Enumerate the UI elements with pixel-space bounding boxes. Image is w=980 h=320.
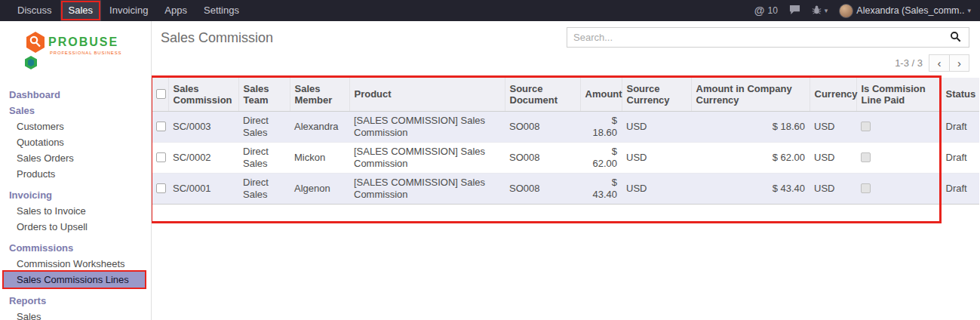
col-sales-commission[interactable]: Sales Commission [168, 78, 238, 111]
pager-previous-button[interactable]: ‹ [929, 54, 949, 72]
sidebar-item-sales[interactable]: Sales [0, 103, 151, 118]
table-row[interactable]: SC/0002 Direct Sales Mickon [SALES COMMI… [152, 142, 979, 173]
col-is-commission-line-paid[interactable]: Is Commision Line Paid [856, 78, 941, 111]
topbar: Discuss Sales Invoicing Apps Settings @ … [0, 0, 980, 21]
row-select-checkbox[interactable] [156, 122, 166, 131]
logo-title: PROBUSE [48, 35, 118, 48]
cell-source-currency[interactable]: USD [622, 173, 691, 204]
pager-next-button[interactable]: › [949, 54, 969, 72]
cell-name[interactable]: SC/0003 [168, 111, 238, 142]
cell-currency[interactable]: USD [809, 173, 856, 204]
cell-team[interactable]: Direct Sales [238, 111, 290, 142]
row-select-cell [152, 111, 168, 142]
col-amount-company-currency[interactable]: Amount in Company Currency [691, 78, 809, 111]
select-all-cell [152, 78, 168, 111]
main: Sales Commission 1-3 / 3 ‹ › [152, 21, 980, 320]
user-menu[interactable]: Alexandra (Sales_comm.. ▾ [839, 4, 971, 18]
cell-product[interactable]: [SALES COMMISSION] Sales Commission [349, 173, 505, 204]
debug-menu-button[interactable]: ▾ [812, 5, 828, 17]
col-source-document[interactable]: Source Document [505, 78, 580, 111]
cell-source-document[interactable]: SO008 [505, 142, 580, 173]
caret-down-icon: ▾ [967, 7, 971, 14]
sidebar-item-customers[interactable]: Customers [0, 118, 151, 134]
row-select-checkbox[interactable] [156, 183, 166, 193]
cell-amount-company[interactable]: $ 43.40 [691, 173, 809, 204]
probuse-logo: PROBUSE PROFESSIONAL BUSINESS [23, 30, 151, 75]
app-sales[interactable]: Sales [60, 0, 102, 21]
cell-member[interactable]: Mickon [290, 142, 349, 173]
avatar [839, 4, 853, 18]
search-input[interactable] [573, 32, 948, 43]
row-select-cell [152, 173, 168, 204]
cell-status[interactable]: Draft [941, 173, 979, 204]
cell-source-currency[interactable]: USD [622, 111, 691, 142]
chat-bubble-icon [789, 5, 800, 17]
col-currency[interactable]: Currency [809, 78, 856, 111]
cell-paid [856, 173, 941, 204]
cell-name[interactable]: SC/0002 [168, 142, 238, 173]
sidebar-item-orders-to-upsell[interactable]: Orders to Upsell [0, 219, 151, 235]
cell-source-document[interactable]: SO008 [505, 111, 580, 142]
caret-down-icon: ▾ [825, 7, 828, 14]
cell-team[interactable]: Direct Sales [238, 173, 290, 204]
search-box [567, 27, 969, 48]
col-source-currency[interactable]: Source Currency [622, 78, 691, 111]
cell-product[interactable]: [SALES COMMISSION] Sales Commission [349, 142, 505, 173]
cell-amount[interactable]: $ 18.60 [580, 111, 622, 142]
sidebar-item-products[interactable]: Products [0, 166, 151, 182]
sidebar-item-invoicing[interactable]: Invoicing [0, 187, 151, 203]
app-settings[interactable]: Settings [195, 0, 247, 21]
chevron-right-icon: › [957, 57, 961, 69]
pager-range: 1-3 / 3 [895, 57, 923, 69]
sidebar-item-commission-worksheets[interactable]: Commission Worksheets [0, 256, 151, 272]
sidebar-item-quotations[interactable]: Quotations [0, 134, 151, 150]
search-button[interactable] [948, 29, 963, 46]
cell-currency[interactable]: USD [809, 142, 856, 173]
sidebar-item-sales-orders[interactable]: Sales Orders [0, 150, 151, 166]
col-product[interactable]: Product [349, 78, 505, 111]
col-sales-team[interactable]: Sales Team [238, 78, 290, 111]
cell-status[interactable]: Draft [941, 142, 979, 173]
paid-checkbox [861, 183, 871, 193]
sidebar-item-sales-commissions-lines[interactable]: Sales Commissions Lines [4, 272, 145, 288]
col-sales-member[interactable]: Sales Member [290, 78, 349, 111]
messages-button[interactable] [789, 5, 800, 17]
cell-source-currency[interactable]: USD [622, 142, 691, 173]
screen: Discuss Sales Invoicing Apps Settings @ … [0, 0, 980, 320]
sidebar-item-commissions[interactable]: Commissions [0, 240, 151, 256]
cell-amount[interactable]: $ 62.00 [580, 142, 622, 173]
cell-paid [856, 111, 941, 142]
sidebar: PROBUSE PROFESSIONAL BUSINESS Dashboard … [0, 21, 152, 320]
cell-currency[interactable]: USD [809, 111, 856, 142]
cell-member[interactable]: Alexandra [290, 111, 349, 142]
cell-amount-company[interactable]: $ 18.60 [691, 111, 809, 142]
pager: 1-3 / 3 ‹ › [895, 54, 969, 72]
cell-status[interactable]: Draft [941, 111, 979, 142]
cell-member[interactable]: Algenon [290, 173, 349, 204]
select-all-checkbox[interactable] [156, 89, 166, 99]
table-row[interactable]: SC/0003 Direct Sales Alexandra [SALES CO… [152, 111, 979, 142]
cell-source-document[interactable]: SO008 [505, 173, 580, 204]
sidebar-menu: Dashboard Sales Customers Quotations Sal… [0, 87, 151, 320]
col-status[interactable]: Status [941, 78, 979, 111]
sidebar-item-reports-sales[interactable]: Sales [0, 309, 151, 320]
row-select-cell [152, 142, 168, 173]
cell-amount-company[interactable]: $ 62.00 [691, 142, 809, 173]
col-amount[interactable]: Amount [580, 78, 622, 111]
table-row[interactable]: SC/0001 Direct Sales Algenon [SALES COMM… [152, 173, 979, 204]
sidebar-item-dashboard[interactable]: Dashboard [0, 87, 151, 103]
table-header-row: Sales Commission Sales Team Sales Member… [152, 78, 979, 111]
mentions-button[interactable]: @ 10 [754, 5, 778, 17]
user-name: Alexandra (Sales_comm.. [856, 5, 964, 16]
app-apps[interactable]: Apps [156, 0, 195, 21]
cell-product[interactable]: [SALES COMMISSION] Sales Commission [349, 111, 505, 142]
cell-amount[interactable]: $ 43.40 [580, 173, 622, 204]
row-select-checkbox[interactable] [156, 152, 166, 162]
paid-checkbox [861, 152, 871, 162]
sidebar-item-reports[interactable]: Reports [0, 293, 151, 309]
sidebar-item-sales-to-invoice[interactable]: Sales to Invoice [0, 203, 151, 219]
app-invoicing[interactable]: Invoicing [101, 0, 156, 21]
app-discuss[interactable]: Discuss [9, 0, 60, 21]
cell-team[interactable]: Direct Sales [238, 142, 290, 173]
cell-name[interactable]: SC/0001 [168, 173, 238, 204]
